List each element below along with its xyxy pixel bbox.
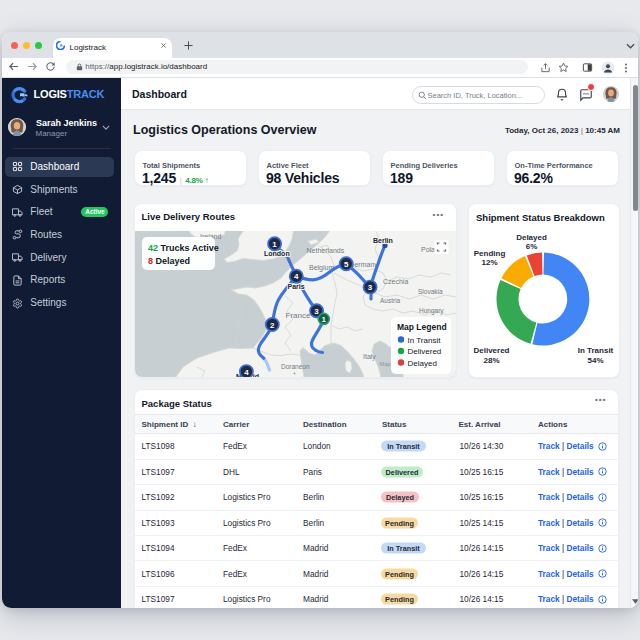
svg-text:·Map: ·Map bbox=[378, 361, 391, 367]
svg-text:Berlin: Berlin bbox=[373, 236, 393, 243]
svg-text:Slovakia: Slovakia bbox=[418, 287, 443, 294]
svg-text:In Transit: In Transit bbox=[408, 335, 442, 344]
svg-text:8 Delayed: 8 Delayed bbox=[148, 256, 190, 266]
svg-text:3: 3 bbox=[314, 306, 319, 315]
svg-text:5: 5 bbox=[344, 259, 349, 268]
svg-text:42 Trucks Active: 42 Trucks Active bbox=[148, 243, 219, 253]
svg-text:Delayed: Delayed bbox=[408, 358, 437, 367]
svg-text:Map Legend: Map Legend bbox=[397, 321, 447, 331]
svg-text:4: 4 bbox=[244, 367, 249, 376]
svg-text:London: London bbox=[264, 250, 290, 257]
svg-text:Doraneon: Doraneon bbox=[281, 363, 310, 370]
svg-text:Hungary: Hungary bbox=[419, 306, 444, 314]
svg-text:2: 2 bbox=[270, 320, 275, 329]
svg-text:1: 1 bbox=[322, 314, 327, 323]
svg-text:Austria: Austria bbox=[380, 297, 401, 304]
svg-text:4: 4 bbox=[294, 272, 299, 281]
svg-text:Czechia: Czechia bbox=[383, 277, 408, 284]
svg-text:France: France bbox=[286, 311, 311, 320]
svg-text:Netherlands: Netherlands bbox=[307, 246, 345, 253]
svg-text:3: 3 bbox=[368, 283, 373, 292]
svg-text:Delivered: Delivered bbox=[408, 347, 442, 356]
svg-text:Italy: Italy bbox=[363, 353, 376, 361]
svg-text:1: 1 bbox=[272, 239, 277, 248]
